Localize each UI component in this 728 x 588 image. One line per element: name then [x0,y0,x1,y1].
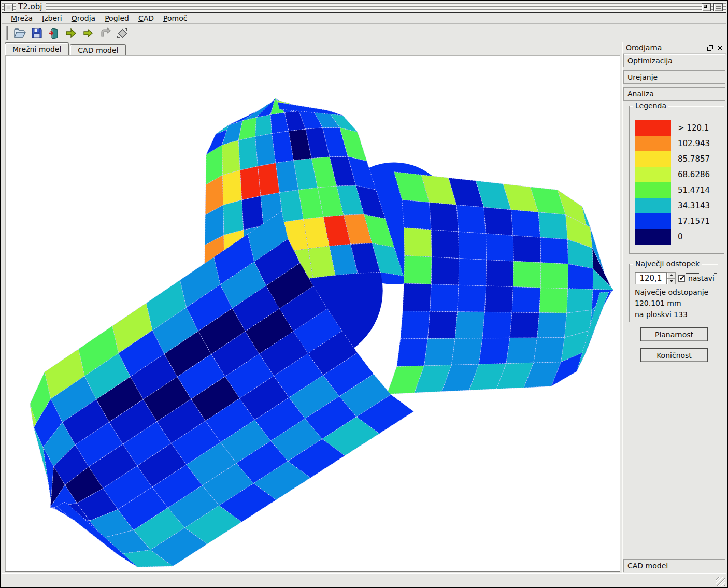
legend-swatch [635,182,671,198]
legend-swatch [635,136,671,151]
menu-item-orodja[interactable]: Orodja [67,13,100,23]
tab-cad-model[interactable]: CAD model [70,44,126,55]
legend-swatch [635,167,671,182]
legend-label: 51.4714 [678,185,710,195]
legend-item: 85.7857 [635,151,722,167]
legend-item: 68.6286 [635,167,722,182]
tabbar: Mrežni modelCAD model [5,42,620,55]
forward-icon [65,27,77,39]
legend-label: 68.6286 [678,170,710,179]
checkmark-icon: ✔ [679,274,685,282]
legend-label: 85.7857 [678,154,710,164]
section-analiza[interactable]: Analiza [623,87,725,101]
legend-item: 51.4714 [635,182,722,198]
spin-down-button[interactable] [667,278,676,284]
legend-label: 0 [678,232,683,241]
save-icon [31,27,43,39]
konicnost-button[interactable]: Koničnost [640,348,708,362]
nastavi-checkbox[interactable]: ✔ [678,275,685,282]
legend-groupbox: Legenda > 120.1102.94385.785768.628651.4… [629,106,724,254]
close-icon [717,45,723,51]
panel-title: Orodjarna [626,44,662,52]
window-menu-icon [7,6,10,9]
menu-item-mreža[interactable]: Mreža [6,13,37,23]
deviation-title: Največji odstopek [633,260,702,268]
section-cad-model[interactable]: CAD model [623,559,725,572]
toolbar-drag-handle[interactable] [6,26,8,40]
mesh-viewport[interactable] [5,55,620,572]
toolbar [2,24,726,42]
spin-up-button[interactable] [667,272,676,278]
planarnost-button[interactable]: Planarnost [640,327,708,341]
statusbar [2,573,726,587]
titlebar[interactable]: T2.obj [2,2,726,13]
legend-rows: > 120.1102.94385.785768.628651.471434.31… [635,120,722,245]
mesh-canvas[interactable] [5,55,620,571]
legend-label: 102.943 [678,139,710,148]
section-optimizacija[interactable]: Optimizacija [623,54,725,67]
transform-button[interactable] [115,25,130,41]
menubar: MrežaIzberiOrodjaPogledCADPomoč [2,13,726,24]
tool-panel: Orodjarna Optimizacija Urejanje Anal [622,42,726,573]
exit-icon [48,27,60,39]
float-icon [707,45,713,51]
legend-label: 17.1571 [678,217,710,226]
legend-label: > 120.1 [678,123,709,133]
legend-swatch [635,229,671,245]
legend-swatch [635,120,671,136]
transform-icon [116,27,129,39]
legend-title: Legenda [633,102,668,110]
forward-button[interactable] [63,25,79,41]
redo-icon [99,27,111,39]
save-button[interactable] [29,25,45,41]
menu-item-pomoč[interactable]: Pomoč [159,13,192,23]
legend-item: 34.3143 [635,198,722,213]
resize-grip[interactable] [716,577,725,586]
open-button[interactable] [12,25,27,41]
deviation-info-1: Največje odstopanje [635,288,708,296]
spin-down-icon [670,280,673,282]
legend-label: 34.3143 [678,201,710,210]
panel-header[interactable]: Orodjarna [623,42,726,54]
legend-swatch [635,151,671,167]
legend-swatch [635,213,671,229]
deviation-spinbox[interactable]: 120,1 [635,272,667,284]
deviation-info-3: na ploskvi 133 [635,310,688,319]
window-menu-button[interactable] [4,4,13,11]
shade-button[interactable] [713,3,723,11]
menu-item-cad[interactable]: CAD [134,13,159,23]
tab-mrežni-model[interactable]: Mrežni model [5,42,69,55]
legend-swatch [635,198,671,213]
section-urejanje[interactable]: Urejanje [623,70,725,84]
forward-alt-button[interactable] [80,25,96,41]
maximize-icon [704,5,709,10]
deviation-info-2: 120.101 mm [635,299,681,307]
forward-alt-icon [82,27,94,39]
menu-item-izberi[interactable]: Izberi [37,13,67,23]
legend-item: 17.1571 [635,213,722,229]
legend-item: 102.943 [635,136,722,151]
nastavi-label[interactable]: nastavi [686,273,717,283]
exit-button[interactable] [46,25,62,41]
menu-item-pogled[interactable]: Pogled [100,13,134,23]
app-window: T2.obj MrežaIzberiOrodjaPogledCADPomoč [0,0,728,588]
window-title: T2.obj [16,2,46,12]
legend-item: 0 [635,229,722,245]
deviation-groupbox: Največji odstopek 120,1 ✔ nastavi Največ… [629,264,718,322]
float-panel-button[interactable] [707,45,713,51]
shade-icon [716,5,721,10]
close-panel-button[interactable] [717,45,723,51]
legend-item: > 120.1 [635,120,722,136]
redo-button[interactable] [97,25,113,41]
maximize-button[interactable] [702,3,711,11]
spin-up-icon [670,274,673,276]
open-icon [13,27,26,39]
